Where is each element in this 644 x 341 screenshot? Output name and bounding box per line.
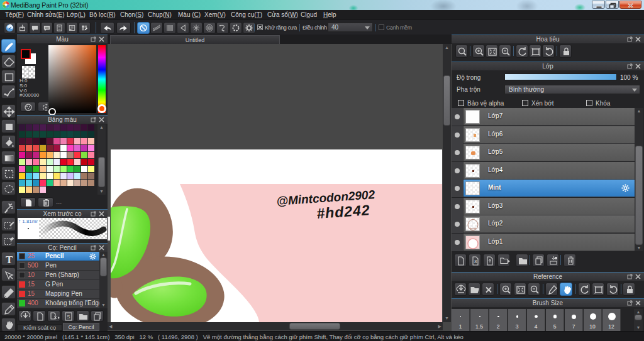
svg-text:S: S — [67, 314, 70, 320]
svg-text:T: T — [6, 254, 13, 266]
svg-text:8: 8 — [474, 259, 477, 264]
